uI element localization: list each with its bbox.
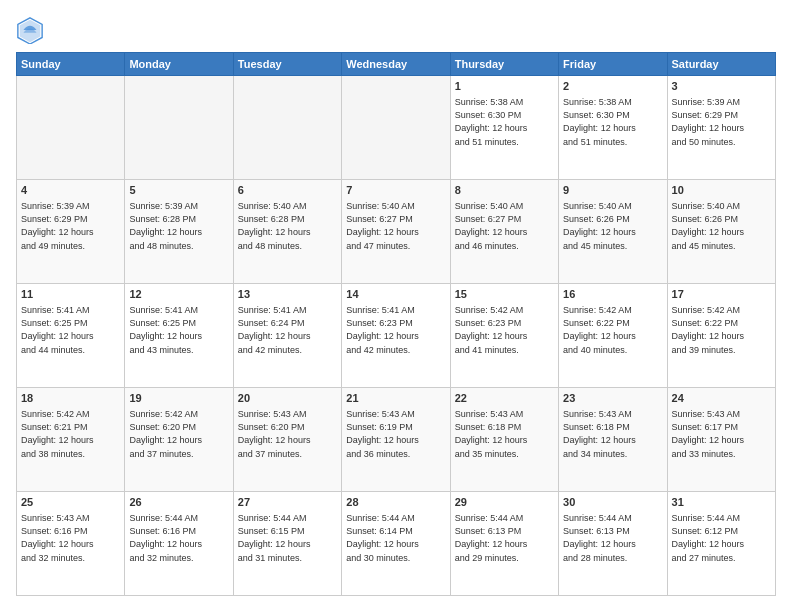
calendar-cell: 2Sunrise: 5:38 AM Sunset: 6:30 PM Daylig… [559, 76, 667, 180]
day-info: Sunrise: 5:39 AM Sunset: 6:29 PM Dayligh… [21, 200, 120, 252]
day-info: Sunrise: 5:43 AM Sunset: 6:19 PM Dayligh… [346, 408, 445, 460]
day-info: Sunrise: 5:41 AM Sunset: 6:24 PM Dayligh… [238, 304, 337, 356]
logo-icon [16, 16, 44, 44]
calendar-cell: 11Sunrise: 5:41 AM Sunset: 6:25 PM Dayli… [17, 284, 125, 388]
day-info: Sunrise: 5:44 AM Sunset: 6:13 PM Dayligh… [455, 512, 554, 564]
day-info: Sunrise: 5:40 AM Sunset: 6:26 PM Dayligh… [672, 200, 771, 252]
calendar-cell: 21Sunrise: 5:43 AM Sunset: 6:19 PM Dayli… [342, 388, 450, 492]
calendar-cell: 27Sunrise: 5:44 AM Sunset: 6:15 PM Dayli… [233, 492, 341, 596]
day-number: 7 [346, 183, 445, 198]
day-info: Sunrise: 5:42 AM Sunset: 6:22 PM Dayligh… [672, 304, 771, 356]
day-info: Sunrise: 5:39 AM Sunset: 6:28 PM Dayligh… [129, 200, 228, 252]
day-info: Sunrise: 5:43 AM Sunset: 6:17 PM Dayligh… [672, 408, 771, 460]
day-info: Sunrise: 5:43 AM Sunset: 6:18 PM Dayligh… [563, 408, 662, 460]
calendar-cell: 7Sunrise: 5:40 AM Sunset: 6:27 PM Daylig… [342, 180, 450, 284]
day-info: Sunrise: 5:43 AM Sunset: 6:18 PM Dayligh… [455, 408, 554, 460]
calendar-cell: 30Sunrise: 5:44 AM Sunset: 6:13 PM Dayli… [559, 492, 667, 596]
day-number: 3 [672, 79, 771, 94]
day-number: 19 [129, 391, 228, 406]
day-info: Sunrise: 5:43 AM Sunset: 6:16 PM Dayligh… [21, 512, 120, 564]
calendar-cell: 23Sunrise: 5:43 AM Sunset: 6:18 PM Dayli… [559, 388, 667, 492]
calendar-cell: 28Sunrise: 5:44 AM Sunset: 6:14 PM Dayli… [342, 492, 450, 596]
day-header-saturday: Saturday [667, 53, 775, 76]
day-number: 9 [563, 183, 662, 198]
day-number: 31 [672, 495, 771, 510]
day-number: 22 [455, 391, 554, 406]
calendar-cell: 29Sunrise: 5:44 AM Sunset: 6:13 PM Dayli… [450, 492, 558, 596]
day-info: Sunrise: 5:40 AM Sunset: 6:28 PM Dayligh… [238, 200, 337, 252]
day-number: 14 [346, 287, 445, 302]
day-info: Sunrise: 5:41 AM Sunset: 6:23 PM Dayligh… [346, 304, 445, 356]
day-header-wednesday: Wednesday [342, 53, 450, 76]
calendar-cell: 18Sunrise: 5:42 AM Sunset: 6:21 PM Dayli… [17, 388, 125, 492]
day-number: 15 [455, 287, 554, 302]
day-info: Sunrise: 5:41 AM Sunset: 6:25 PM Dayligh… [21, 304, 120, 356]
calendar-cell [125, 76, 233, 180]
day-info: Sunrise: 5:44 AM Sunset: 6:16 PM Dayligh… [129, 512, 228, 564]
day-info: Sunrise: 5:39 AM Sunset: 6:29 PM Dayligh… [672, 96, 771, 148]
day-number: 29 [455, 495, 554, 510]
week-row-4: 18Sunrise: 5:42 AM Sunset: 6:21 PM Dayli… [17, 388, 776, 492]
calendar-cell [17, 76, 125, 180]
week-row-3: 11Sunrise: 5:41 AM Sunset: 6:25 PM Dayli… [17, 284, 776, 388]
day-number: 5 [129, 183, 228, 198]
day-info: Sunrise: 5:44 AM Sunset: 6:13 PM Dayligh… [563, 512, 662, 564]
calendar-cell [233, 76, 341, 180]
calendar-cell: 24Sunrise: 5:43 AM Sunset: 6:17 PM Dayli… [667, 388, 775, 492]
calendar-cell: 4Sunrise: 5:39 AM Sunset: 6:29 PM Daylig… [17, 180, 125, 284]
day-number: 24 [672, 391, 771, 406]
calendar-cell: 5Sunrise: 5:39 AM Sunset: 6:28 PM Daylig… [125, 180, 233, 284]
day-number: 11 [21, 287, 120, 302]
day-number: 6 [238, 183, 337, 198]
calendar-cell: 15Sunrise: 5:42 AM Sunset: 6:23 PM Dayli… [450, 284, 558, 388]
day-info: Sunrise: 5:40 AM Sunset: 6:27 PM Dayligh… [455, 200, 554, 252]
day-info: Sunrise: 5:40 AM Sunset: 6:26 PM Dayligh… [563, 200, 662, 252]
day-info: Sunrise: 5:38 AM Sunset: 6:30 PM Dayligh… [455, 96, 554, 148]
calendar-cell: 17Sunrise: 5:42 AM Sunset: 6:22 PM Dayli… [667, 284, 775, 388]
day-number: 26 [129, 495, 228, 510]
day-header-monday: Monday [125, 53, 233, 76]
header [16, 16, 776, 44]
day-number: 17 [672, 287, 771, 302]
week-row-1: 1Sunrise: 5:38 AM Sunset: 6:30 PM Daylig… [17, 76, 776, 180]
calendar-cell: 16Sunrise: 5:42 AM Sunset: 6:22 PM Dayli… [559, 284, 667, 388]
calendar-cell: 13Sunrise: 5:41 AM Sunset: 6:24 PM Dayli… [233, 284, 341, 388]
day-number: 16 [563, 287, 662, 302]
day-info: Sunrise: 5:42 AM Sunset: 6:20 PM Dayligh… [129, 408, 228, 460]
day-header-thursday: Thursday [450, 53, 558, 76]
calendar-cell: 31Sunrise: 5:44 AM Sunset: 6:12 PM Dayli… [667, 492, 775, 596]
day-info: Sunrise: 5:43 AM Sunset: 6:20 PM Dayligh… [238, 408, 337, 460]
calendar-cell: 10Sunrise: 5:40 AM Sunset: 6:26 PM Dayli… [667, 180, 775, 284]
day-info: Sunrise: 5:44 AM Sunset: 6:12 PM Dayligh… [672, 512, 771, 564]
calendar-cell: 19Sunrise: 5:42 AM Sunset: 6:20 PM Dayli… [125, 388, 233, 492]
day-number: 4 [21, 183, 120, 198]
logo [16, 16, 48, 44]
day-info: Sunrise: 5:38 AM Sunset: 6:30 PM Dayligh… [563, 96, 662, 148]
day-number: 30 [563, 495, 662, 510]
day-number: 12 [129, 287, 228, 302]
day-number: 13 [238, 287, 337, 302]
calendar-cell: 3Sunrise: 5:39 AM Sunset: 6:29 PM Daylig… [667, 76, 775, 180]
page: SundayMondayTuesdayWednesdayThursdayFrid… [0, 0, 792, 612]
day-number: 27 [238, 495, 337, 510]
day-header-friday: Friday [559, 53, 667, 76]
calendar-cell: 26Sunrise: 5:44 AM Sunset: 6:16 PM Dayli… [125, 492, 233, 596]
day-number: 18 [21, 391, 120, 406]
calendar-table: SundayMondayTuesdayWednesdayThursdayFrid… [16, 52, 776, 596]
day-header-tuesday: Tuesday [233, 53, 341, 76]
calendar-cell: 1Sunrise: 5:38 AM Sunset: 6:30 PM Daylig… [450, 76, 558, 180]
day-number: 28 [346, 495, 445, 510]
day-header-sunday: Sunday [17, 53, 125, 76]
day-number: 25 [21, 495, 120, 510]
calendar-header-row: SundayMondayTuesdayWednesdayThursdayFrid… [17, 53, 776, 76]
week-row-5: 25Sunrise: 5:43 AM Sunset: 6:16 PM Dayli… [17, 492, 776, 596]
day-info: Sunrise: 5:40 AM Sunset: 6:27 PM Dayligh… [346, 200, 445, 252]
day-info: Sunrise: 5:41 AM Sunset: 6:25 PM Dayligh… [129, 304, 228, 356]
day-info: Sunrise: 5:42 AM Sunset: 6:23 PM Dayligh… [455, 304, 554, 356]
calendar-cell: 14Sunrise: 5:41 AM Sunset: 6:23 PM Dayli… [342, 284, 450, 388]
calendar-cell: 20Sunrise: 5:43 AM Sunset: 6:20 PM Dayli… [233, 388, 341, 492]
day-number: 1 [455, 79, 554, 94]
day-info: Sunrise: 5:44 AM Sunset: 6:15 PM Dayligh… [238, 512, 337, 564]
day-info: Sunrise: 5:42 AM Sunset: 6:21 PM Dayligh… [21, 408, 120, 460]
calendar-cell: 8Sunrise: 5:40 AM Sunset: 6:27 PM Daylig… [450, 180, 558, 284]
